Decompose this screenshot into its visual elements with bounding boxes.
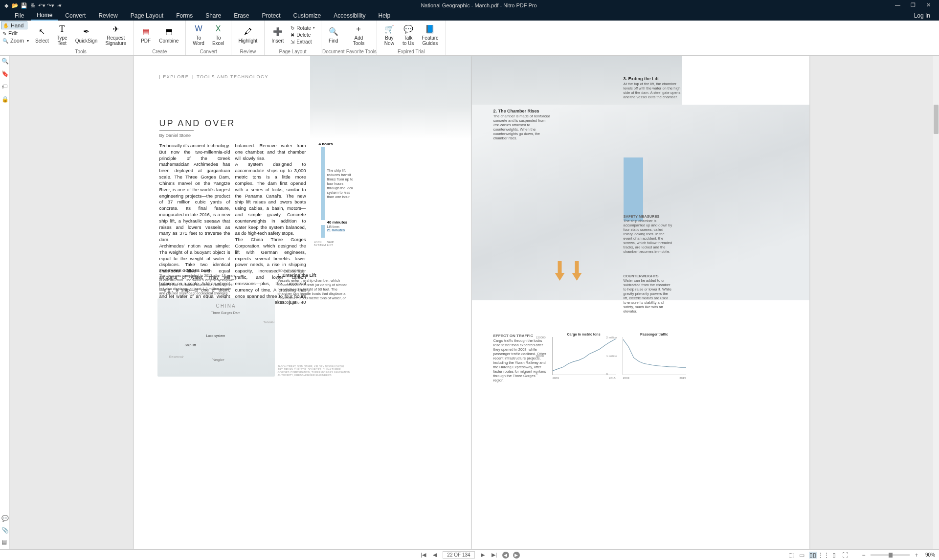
breadcrumb: | EXPLORE|TOOLS AND TECHNOLOGY [159,74,268,79]
close-button[interactable]: ✕ [926,2,933,9]
map-graphic [157,298,275,377]
time-bar-lock [321,147,325,220]
nav-fwd-button[interactable]: ▶ [513,552,520,559]
layers-panel-icon[interactable]: ▤ [1,538,8,545]
menu-forms[interactable]: Forms [170,11,199,20]
nav-back-button[interactable]: ◀ [502,552,509,559]
typetext-button[interactable]: TType Text [53,22,71,48]
ship-lift-label: SHIP LIFT [327,241,334,246]
how-it-works-block: HOW IT WORKS1. Entering the LiftVessels … [278,269,351,305]
menu-review[interactable]: Review [92,11,123,20]
menu-convert[interactable]: Convert [59,11,91,20]
last-page-button[interactable]: ▶| [491,551,498,559]
security-panel-icon[interactable]: 🔒 [1,96,8,103]
full-screen-button[interactable]: ⛶ [841,552,849,559]
extract-icon: ⇲ [291,39,294,45]
menu-home[interactable]: Home [31,11,58,21]
undo-icon[interactable]: ↶▾ [38,2,45,9]
page-indicator[interactable]: 22 OF 134 [443,551,474,559]
print-icon[interactable]: 🖶 [29,2,36,9]
fit-page-button[interactable]: ⬚ [787,552,795,559]
map-label-reservoir: Reservoir [169,355,184,358]
scrollbar-thumb[interactable] [934,105,939,134]
talk-to-us-button[interactable]: 💬Talk to Us [399,22,418,48]
comment-panel-icon[interactable]: 💬 [1,515,8,522]
zoom-slider[interactable] [871,554,910,556]
add-tools-button[interactable]: ＋Add Tools [349,22,368,48]
three-gorges-block: THE THREE GORGES DAMThe dam was complete… [159,269,238,295]
menu-erase[interactable]: Erase [228,11,255,20]
map-label-shiplift: Ship lift [185,343,196,347]
login-button[interactable]: Log In [914,12,939,19]
map-label-lock: Lock system [206,334,225,337]
feature-guides-button[interactable]: 📘Feature Guides [418,22,442,48]
save-icon[interactable]: 💾 [21,2,27,9]
transit-note: The ship lift reduces transit times from… [327,168,357,199]
maximize-button[interactable]: ❐ [911,2,917,9]
prev-page-button[interactable]: ◀ [431,551,439,559]
buy-now-button[interactable]: 🛒Buy Now [380,22,399,48]
attachment-panel-icon[interactable]: 📎 [1,527,8,534]
article-title: UP AND OVER [159,118,236,129]
zoom-thumb[interactable] [889,553,893,558]
menu-file[interactable]: File [9,11,30,20]
minimize-button[interactable]: — [895,2,902,9]
zoom-percent[interactable]: 90% [925,552,935,558]
zoom-out-button[interactable]: − [860,552,868,559]
book-icon: 📘 [425,23,435,34]
group-review-label: Review [231,49,264,55]
menu-protect[interactable]: Protect [256,11,287,20]
rotate-button[interactable]: ↻Rotate▾ [290,25,315,31]
quicksign-button[interactable]: ✒QuickSign [71,22,102,48]
tool-edit[interactable]: ✎Edit [1,30,27,37]
continuous-button[interactable]: ⋮⋮ [820,552,827,559]
menu-share[interactable]: Share [200,11,227,20]
credit-text: JASON TREAT, NGM STAFF; KELSEY NOWAKOWSK… [278,365,351,377]
qat-more-icon[interactable]: ▫▾ [56,2,63,9]
menu-help[interactable]: Help [373,11,397,20]
delete-button[interactable]: ✖Delete [290,32,315,38]
zoom-icon: 🔍 [2,38,8,44]
page-left: | EXPLORE|TOOLS AND TECHNOLOGY UP AND OV… [134,56,471,549]
pages-panel-icon[interactable]: 🔍 [1,58,8,65]
pdf-button[interactable]: ▤PDF [136,22,155,48]
zoom-in-button[interactable]: + [913,552,920,559]
highlight-button[interactable]: 🖍Highlight [234,22,261,48]
title-rule [159,130,194,131]
menu-accessibility[interactable]: Accessibility [328,11,371,20]
tags-panel-icon[interactable]: 🏷 [1,83,8,90]
title-bar: ◆ 📂 💾 🖶 ↶▾ ↷▾ ▫▾ National Geographic - M… [0,0,939,11]
request-signature-button[interactable]: ✈Request Signature [101,22,130,48]
redo-icon[interactable]: ↷▾ [47,2,54,9]
document-viewport[interactable]: | EXPLORE|TOOLS AND TECHNOLOGY UP AND OV… [10,56,933,549]
vertical-scrollbar[interactable] [933,56,939,549]
insert-button[interactable]: ➕Insert [268,22,288,48]
combine-button[interactable]: ⬒Combine [155,22,182,48]
first-page-button[interactable]: |◀ [419,551,427,559]
find-button[interactable]: 🔍Find [324,22,343,48]
tool-zoom[interactable]: 🔍Zoom▾ [1,37,27,44]
rotate-icon: ↻ [291,25,294,31]
status-bar: |◀ ◀ 22 OF 134 ▶ ▶| ◀ ▶ ⬚ ▭ ▯▯ ⋮⋮ ▯ ⛶ − … [0,549,939,560]
counterweights-block: COUNTERWEIGHTSWater can be added to or s… [624,274,672,314]
menu-page-layout[interactable]: Page Layout [125,11,169,20]
bookmarks-panel-icon[interactable]: 🔖 [1,70,8,77]
combine-icon: ⬒ [163,26,174,37]
text-icon: T [57,23,67,34]
select-button[interactable]: ↖Select [31,22,53,48]
extract-button[interactable]: ⇲Extract [290,39,315,45]
two-up-button[interactable]: ▯▯ [809,552,817,559]
chat-icon: 💬 [403,23,414,34]
fit-width-button[interactable]: ▭ [798,552,806,559]
to-excel-button[interactable]: XTo Excel [208,22,228,48]
single-page-button[interactable]: ▯ [830,552,838,559]
open-icon[interactable]: 📂 [12,2,19,9]
next-page-button[interactable]: ▶ [479,551,487,559]
menu-customize[interactable]: Customize [288,11,327,20]
time-label-4h: 4 hours [319,142,333,146]
arrow-down-icon [572,261,582,281]
dam-illustration-left [310,56,471,139]
to-word-button[interactable]: WTo Word [189,22,208,48]
tool-hand[interactable]: ✋Hand [1,22,27,29]
plus-icon: ＋ [353,23,364,34]
